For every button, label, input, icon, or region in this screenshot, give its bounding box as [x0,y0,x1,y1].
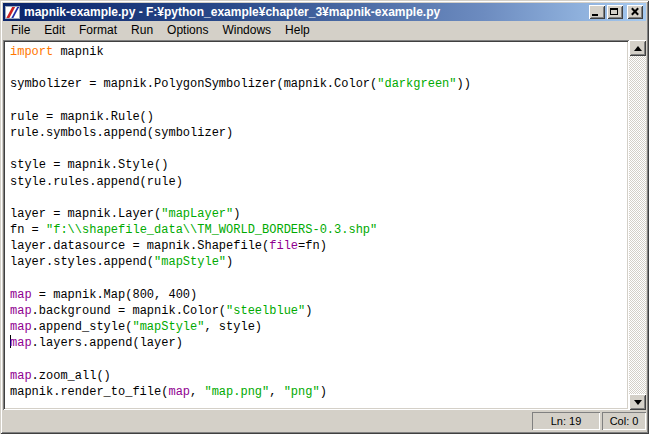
code-token-plain: style = mapnik.Style() [10,158,168,172]
code-token-plain: layer.datasource = mapnik.Shapefile( [10,239,269,253]
code-line: rule = mapnik.Rule() [10,109,629,125]
code-line: import mapnik [10,44,629,60]
maximize-icon [610,8,618,15]
code-line: fn = "f:\\shapefile_data\\TM_WORLD_BORDE… [10,222,629,238]
menu-item-run[interactable]: Run [124,21,160,40]
code-line: symbolizer = mapnik.PolygonSymbolizer(ma… [10,76,629,92]
code-token-builtin: map [168,385,190,399]
code-token-plain: )) [456,77,470,91]
code-token-plain: .layers.append(layer) [32,336,183,350]
code-token-plain: .zoom_all() [32,369,111,383]
code-token-plain: rule = mapnik.Rule() [10,110,154,124]
code-token-string: "mapLayer" [161,207,233,221]
code-token-plain: rule.symbols.append(symbolizer) [10,126,233,140]
code-token-builtin: map [10,369,32,383]
code-token-plain: symbolizer = mapnik.PolygonSymbolizer(ma… [10,77,377,91]
code-line [10,190,629,206]
code-line [10,141,629,157]
code-token-plain: layer.styles.append( [10,255,154,269]
code-token-keyword: import [10,45,53,59]
triangle-down-icon [634,400,642,405]
code-token-plain: layer = mapnik.Layer( [10,207,161,221]
code-token-string: "mapStyle" [154,255,226,269]
minimize-icon [592,14,598,16]
code-line: map.background = mapnik.Color("steelblue… [10,303,629,319]
menu-item-format[interactable]: Format [72,21,124,40]
tk-logo-icon[interactable] [5,6,20,19]
code-line [10,352,629,368]
close-icon [629,6,640,17]
code-token-builtin: map [10,320,32,334]
code-line [10,93,629,109]
menu-bar: File Edit Format Run Options Windows Hel… [3,21,646,40]
editor-region: import mapnik symbolizer = mapnik.Polygo… [3,40,646,410]
code-token-string: "darkgreen" [377,77,456,91]
menu-item-edit[interactable]: Edit [37,21,72,40]
code-token-plain: mapnik [53,45,103,59]
code-token-plain: mapnik.render_to_file( [10,385,168,399]
code-token-plain: .background = mapnik.Color( [32,304,226,318]
scroll-track[interactable] [629,56,646,394]
editor-window: mapnik-example.py - F:¥python_example¥ch… [0,0,649,434]
status-line-indicator: Ln: 19 [532,412,600,430]
menu-item-help[interactable]: Help [278,21,317,40]
code-token-plain: , [269,385,283,399]
minimize-button[interactable] [589,5,605,19]
code-token-plain: style.rules.append(rule) [10,175,183,189]
title-bar[interactable]: mapnik-example.py - F:¥python_example¥ch… [3,3,646,21]
code-token-string: "png" [284,385,320,399]
code-token-builtin: file [269,239,298,253]
code-line: style.rules.append(rule) [10,174,629,190]
code-token-plain: fn = [10,223,46,237]
code-line: layer = mapnik.Layer("mapLayer") [10,206,629,222]
code-token-builtin: map [10,288,32,302]
code-token-plain: , [190,385,204,399]
code-line: map = mapnik.Map(800, 400) [10,287,629,303]
close-button[interactable] [627,5,643,19]
status-bar: Ln: 19 Col: 0 [3,410,646,431]
status-column-indicator: Col: 0 [602,412,646,430]
window-controls [589,5,643,19]
code-token-string: "f:\\shapefile_data\\TM_WORLD_BORDERS-0.… [46,223,377,237]
code-line: map.zoom_all() [10,368,629,384]
code-token-string: "mapStyle" [132,320,204,334]
code-token-plain: .append_style( [32,320,133,334]
code-token-builtin: map [10,336,32,350]
code-line: rule.symbols.append(symbolizer) [10,125,629,141]
scroll-up-button[interactable] [629,40,646,56]
code-token-plain: = mapnik.Map(800, 400) [32,288,198,302]
code-token-plain: =fn) [298,239,327,253]
window-title: mapnik-example.py - F:¥python_example¥ch… [24,5,589,19]
code-line [10,271,629,287]
triangle-up-icon [634,46,642,51]
code-line: map.append_style("mapStyle", style) [10,319,629,335]
vertical-scrollbar[interactable] [629,40,646,410]
code-token-plain: ) [305,304,312,318]
code-token-builtin: map [10,304,32,318]
code-token-string: "map.png" [204,385,269,399]
menu-item-file[interactable]: File [4,21,37,40]
menu-item-options[interactable]: Options [160,21,215,40]
code-token-plain: , style) [204,320,262,334]
maximize-button[interactable] [607,5,623,19]
code-line: map.layers.append(layer) [10,335,629,351]
code-token-plain: ) [226,255,233,269]
menu-item-windows[interactable]: Windows [215,21,278,40]
code-line [10,60,629,76]
code-token-plain: ) [320,385,327,399]
code-line: style = mapnik.Style() [10,157,629,173]
scroll-down-button[interactable] [629,394,646,410]
code-line: layer.styles.append("mapStyle") [10,254,629,270]
code-token-plain: ) [233,207,240,221]
code-line: mapnik.render_to_file(map, "map.png", "p… [10,384,629,400]
code-token-string: "steelblue" [226,304,305,318]
code-area[interactable]: import mapnik symbolizer = mapnik.Polygo… [3,40,629,410]
code-line: layer.datasource = mapnik.Shapefile(file… [10,238,629,254]
